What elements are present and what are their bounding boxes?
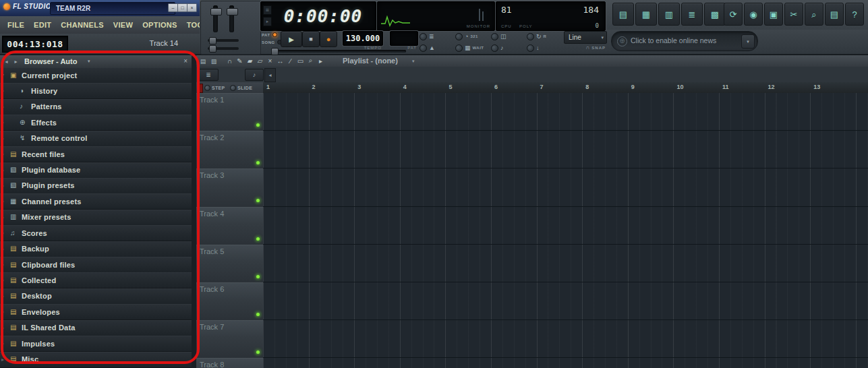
titlebar[interactable]: FL STUDIO TEAM R2R – □ × (0, 0, 200, 17)
expand-icon[interactable]: ▸ (1, 214, 4, 220)
swing-slider[interactable] (208, 47, 239, 50)
playlist-grid[interactable] (263, 93, 868, 368)
expand-icon[interactable]: ▸ (1, 135, 4, 142)
sync-button[interactable]: ⟳ (724, 3, 743, 26)
zoom-tool-button[interactable]: ⌕ (805, 3, 823, 26)
step-mode-radio[interactable]: STEP (204, 85, 225, 91)
step-edit-toggle[interactable]: ≣ (419, 32, 434, 41)
browser-item-clipboard-files[interactable]: ▸▤Clipboard files (0, 257, 192, 273)
browser-item-collected[interactable]: ▸▤Collected (0, 272, 192, 288)
slice-tool-button[interactable]: ∕ (285, 56, 295, 65)
track-header-8[interactable]: Track 8 (196, 358, 263, 368)
cut-button[interactable]: ✂ (784, 3, 803, 26)
close-button[interactable]: × (187, 3, 197, 12)
zoom-tool-button[interactable]: ⌕ (306, 56, 316, 65)
audio-track-button[interactable]: ♪ (245, 69, 264, 81)
browser-item-current-project[interactable]: ▾▣Current project (0, 67, 192, 84)
pat-mode-toggle[interactable]: PAT (262, 32, 277, 37)
browser-item-envelopes[interactable]: ▸▤Envelopes (0, 304, 192, 320)
mute-tool-button[interactable]: × (265, 56, 275, 65)
magnet-tool-button[interactable]: ∩ (225, 56, 235, 65)
expand-icon[interactable]: ▸ (1, 293, 4, 299)
render-button[interactable]: ◉ (744, 3, 763, 26)
pattern-picker-button[interactable]: ≣ (198, 69, 219, 81)
chevron-down-icon[interactable]: ▾ (88, 59, 90, 64)
browser-item-mixer-presets[interactable]: ▸▥Mixer presets (0, 210, 192, 226)
expand-icon[interactable]: ▸ (1, 277, 4, 283)
menu-options[interactable]: OPTIONS (138, 21, 182, 29)
track-header-3[interactable]: Track 3 (196, 168, 263, 207)
track-header-2[interactable]: Track 2 (196, 131, 263, 169)
piano-roll-button[interactable]: ▩ (704, 3, 726, 26)
track-header-7[interactable]: Track 7 (196, 320, 263, 359)
expand-icon[interactable]: ▸ (1, 198, 4, 204)
preview-tool-button[interactable]: ▸ (316, 56, 326, 65)
song-position-slider[interactable] (271, 50, 406, 53)
track-enable-led[interactable] (256, 275, 260, 278)
browser-forward-button[interactable]: ▸ (11, 57, 20, 65)
stop-button[interactable]: ■ (302, 31, 320, 47)
menu-channels[interactable]: CHANNELS (56, 21, 109, 29)
playlist-detach-button[interactable]: ▨ (209, 57, 219, 65)
collapse-icon[interactable]: ▾ (1, 72, 4, 78)
notepad-button[interactable]: ▤ (825, 3, 844, 26)
timeline-ruler[interactable]: 12345678910111213 (263, 82, 868, 94)
pencil-tool-button[interactable]: ✎ (235, 56, 245, 65)
pattern-color-swatch[interactable] (197, 84, 203, 93)
shuffle-slider-handle[interactable] (209, 37, 216, 44)
expand-icon[interactable]: ▸ (1, 340, 4, 346)
minimize-button[interactable]: – (168, 3, 178, 12)
news-dropdown-button[interactable]: ▾ (741, 34, 755, 49)
browser-item-backup[interactable]: ▸▤Backup (0, 241, 192, 257)
expand-icon[interactable]: ▸ (1, 246, 4, 252)
track-enable-led[interactable] (256, 350, 260, 354)
master-pitch-slider[interactable] (229, 5, 234, 32)
position-slider-handle[interactable] (271, 48, 279, 55)
help-button[interactable]: ? (845, 3, 864, 26)
track-header-4[interactable]: Track 4 (196, 207, 263, 245)
browser-back-button[interactable]: ◂ (2, 57, 11, 65)
chevron-down-icon[interactable]: ▾ (412, 59, 415, 64)
scroll-left-button[interactable]: ◂ (264, 68, 276, 82)
maximize-button[interactable]: □ (177, 3, 187, 12)
expand-icon[interactable]: ▸ (1, 357, 4, 363)
countdown-toggle[interactable]: ◔321 (455, 32, 478, 41)
tempo-display[interactable]: 130.000 (343, 31, 383, 46)
loop-record-toggle[interactable]: ↻R (527, 32, 546, 41)
browser-item-plugin-presets[interactable]: ▸▧Plugin presets (0, 178, 192, 194)
track-enable-led[interactable] (256, 161, 260, 164)
expand-icon[interactable]: ▸ (1, 183, 4, 189)
expand-icon[interactable]: ▸ (1, 325, 4, 331)
expand-icon[interactable]: ▸ (1, 104, 4, 110)
browser-item-scores[interactable]: ▸♫Scores (0, 225, 192, 241)
slide-mode-radio[interactable]: SLIDE (230, 85, 252, 91)
song-mode-toggle[interactable]: SONG (262, 40, 282, 44)
browser-item-channel-presets[interactable]: ▸▦Channel presets (0, 193, 192, 210)
time-display[interactable]: 0:00:00 (273, 2, 373, 30)
metronome-toggle[interactable]: ▲ (419, 43, 435, 53)
expand-icon[interactable]: ▸ (1, 88, 4, 94)
track-header-5[interactable]: Track 5 (196, 245, 263, 283)
menu-view[interactable]: VIEW (109, 21, 138, 29)
browser-item-il-shared-data[interactable]: ▸▤IL Shared Data (0, 320, 192, 336)
browser-close-button[interactable]: × (183, 57, 187, 65)
track-enable-led[interactable] (256, 313, 260, 316)
browser-item-desktop[interactable]: ▸▤Desktop (0, 288, 192, 305)
browser-item-effects[interactable]: ▸⊕Effects (0, 115, 192, 131)
time-panel-menu-button[interactable]: ≣ (263, 5, 272, 15)
time-mode-button[interactable]: ▸ (263, 17, 272, 26)
play-button[interactable]: ▶ (281, 31, 302, 47)
delete-tool-button[interactable]: ▱ (255, 56, 265, 65)
expand-icon[interactable]: ▸ (1, 167, 4, 173)
shuffle-slider[interactable] (208, 39, 239, 42)
track-enable-led[interactable] (256, 199, 260, 202)
browser-header[interactable]: ◂ ▸ Browser - Auto ▾ × (0, 55, 192, 68)
track-enable-led[interactable] (256, 123, 260, 127)
pattern-selector-display[interactable] (390, 31, 418, 46)
volume-slider-handle[interactable] (210, 8, 222, 16)
slip-tool-button[interactable]: ↔ (275, 56, 285, 65)
online-news-bar[interactable]: ⊕ Click to enable online news ▾ (611, 31, 758, 51)
browser-window-button[interactable]: ≣ (681, 3, 703, 26)
step-sequencer-button[interactable]: ▦ (635, 3, 657, 26)
select-tool-button[interactable]: ▭ (295, 56, 306, 65)
